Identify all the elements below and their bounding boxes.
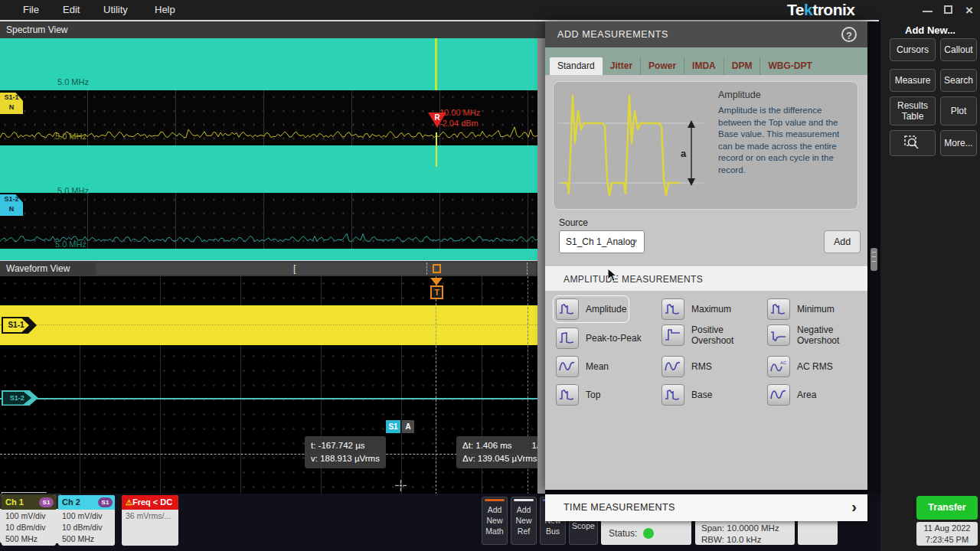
area-sine-icon (767, 384, 790, 406)
cursor-mode-badge[interactable]: A (402, 420, 414, 433)
warning-icon: ⚠ (126, 498, 132, 507)
channel-2-badge[interactable]: Ch 2 S1 100 mV/div 10 dBm/div 500 MHz (58, 495, 115, 546)
menu-utility[interactable]: Utility (103, 0, 128, 20)
menu-edit[interactable]: Edit (63, 0, 80, 20)
add-new-title: Add New... (880, 24, 980, 36)
amplitude-illustration: a (554, 82, 710, 204)
add-new-math-button[interactable]: Add New Math (482, 497, 508, 545)
rms-sine-icon (662, 356, 684, 377)
measurement-negative-overshoot[interactable]: Negative Overshoot (767, 324, 860, 346)
cursor-source-badge[interactable]: S1 (386, 420, 400, 433)
negative-overshoot-icon (767, 324, 790, 346)
measure-button[interactable]: Measure (890, 69, 936, 92)
vertical-cursor-a[interactable] (436, 276, 436, 494)
tab-standard[interactable]: Standard (550, 57, 603, 75)
minimap-trigger-icon[interactable] (433, 264, 441, 273)
tab-imda[interactable]: IMDA (684, 57, 724, 75)
waveform-view-panel[interactable]: Waveform View [ T S1-1 S1-2 S1 A t: -167… (0, 260, 545, 494)
trace-handle-s1-2[interactable]: S1-2 (2, 390, 38, 406)
measurement-minimum[interactable]: Minimum (767, 298, 835, 320)
add-measurement-button[interactable]: Add (824, 230, 861, 253)
dialog-tabs: Standard Jitter Power IMDA DPM WBG-DPT (545, 47, 867, 75)
span-label-1: 5.0 MHz (57, 77, 89, 86)
measurement-ac-rms[interactable]: AC AC RMS (767, 356, 833, 377)
cursor-readout-right: Δt: 1.406 ms1/Δt Δv: 139.045 µVrms (456, 436, 545, 468)
transfer-button[interactable]: Transfer (916, 496, 978, 520)
s1-pill: S1 (98, 497, 113, 507)
measurement-rms[interactable]: RMS (662, 356, 712, 377)
measurement-base[interactable]: Base (662, 384, 712, 406)
description-body: Amplitude is the difference between the … (718, 105, 854, 176)
trace-s1-1 (0, 305, 545, 345)
minimum-pulse-icon (767, 298, 790, 320)
cursors-button[interactable]: Cursors (890, 38, 936, 61)
base-pulse-icon (662, 384, 684, 406)
menu-help[interactable]: Help (155, 0, 175, 20)
zoom-overlay-button[interactable] (890, 130, 936, 156)
description-title: Amplitude (718, 90, 761, 100)
plot-button[interactable]: Plot (940, 96, 977, 126)
menu-file[interactable]: File (23, 0, 39, 20)
measurement-area[interactable]: Area (767, 384, 816, 406)
spectrum-view-panel[interactable]: Spectrum View 5.0 MHz S1-1 N R 10.00 MHz… (0, 21, 545, 260)
positive-overshoot-icon (662, 324, 684, 346)
svg-text:AC: AC (780, 360, 787, 365)
oscilloscope-screen: File Edit Utility Help Tektronix × Spect… (0, 0, 980, 551)
minimap-cursor-line-2[interactable] (527, 262, 528, 275)
signal-spike (436, 132, 437, 167)
span-label-2: 5.0 MHz (57, 186, 89, 195)
measurement-amplitude[interactable]: Amplitude (556, 298, 626, 320)
dialog-title: ADD MEASUREMENTS (545, 21, 867, 47)
spectrum-view-title: Spectrum View (0, 21, 545, 38)
measurement-positive-overshoot[interactable]: Positive Overshoot (662, 324, 754, 346)
marker-level: -2.04 dBm (439, 119, 479, 128)
channel-1-badge[interactable]: Ch 1 S1 100 mV/div 10 dBm/div 500 MHz (2, 495, 56, 546)
mean-sine-icon (556, 356, 579, 377)
time-measurements-section[interactable]: TIME MEASUREMENTS › (545, 494, 867, 521)
tab-dpm[interactable]: DPM (724, 57, 760, 75)
help-icon[interactable]: ? (841, 27, 857, 42)
span-label-2b: 5.0 MHz (55, 240, 87, 249)
measurement-description-card: a Amplitude Amplitude is the difference … (553, 81, 858, 210)
measurement-mean[interactable]: Mean (556, 356, 609, 377)
tab-jitter[interactable]: Jitter (603, 57, 640, 75)
measurement-top[interactable]: Top (556, 384, 600, 406)
add-measurements-dialog: ADD MEASUREMENTS ? Standard Jitter Power… (545, 21, 867, 490)
search-button[interactable]: Search (940, 69, 977, 92)
ac-rms-sine-icon: AC (767, 356, 790, 377)
results-table-button[interactable]: Results Table (890, 96, 936, 126)
minimap-cursor-line[interactable] (426, 262, 427, 275)
add-new-ref-button[interactable]: Add New Ref (511, 497, 537, 545)
peak-to-peak-icon (556, 328, 579, 349)
svg-text:a: a (681, 148, 687, 159)
span-label-1b: 5.0 MHz (55, 132, 87, 141)
callout-button[interactable]: Callout (940, 38, 977, 61)
minimap-bracket: [ (293, 262, 296, 275)
cursor-readout-left: t: -167.742 µs v: 188.913 µVrms (305, 436, 386, 468)
measurement-peak-to-peak[interactable]: Peak-to-Peak (556, 328, 642, 349)
waveform-plot-area[interactable]: T S1-1 S1-2 S1 A t: -167.742 µs v: 188.9… (0, 276, 545, 494)
tab-power[interactable]: Power (640, 57, 684, 75)
panel-edge-scrollbar[interactable] (537, 38, 545, 494)
top-pulse-icon (556, 384, 579, 406)
window-close-icon[interactable]: × (965, 5, 973, 16)
expand-chevron-icon: › (851, 494, 857, 520)
datetime-display: 11 Aug 2022 7:23:45 PM (916, 522, 978, 546)
tab-wbg-dpt[interactable]: WBG-DPT (760, 57, 819, 75)
s1-pill: S1 (39, 497, 54, 507)
amplitude-pulse-icon (556, 298, 579, 320)
right-sidebar: Add New... Cursors Callout Measure Searc… (880, 20, 980, 551)
mouse-cursor (607, 268, 617, 282)
crosshair-icon (395, 480, 407, 491)
dropdown-arrow-icon: ▼ (632, 231, 639, 253)
freq-warning-badge[interactable]: ⚠Freq < DC 36 mVrms/... (122, 495, 178, 546)
measurement-maximum[interactable]: Maximum (662, 298, 731, 320)
panel-resize-grip[interactable] (871, 248, 877, 271)
window-minimize-icon[interactable] (923, 11, 933, 12)
waveform-minimap[interactable]: [ (96, 262, 536, 275)
amplitude-measurements-header: AMPLITUDE MEASUREMENTS (545, 266, 867, 291)
window-restore-icon[interactable] (944, 5, 952, 14)
trigger-marker[interactable]: T (430, 285, 443, 299)
source-dropdown[interactable]: S1_Ch 1_Analog ▼ (559, 230, 645, 253)
more-button[interactable]: More... (940, 130, 977, 156)
